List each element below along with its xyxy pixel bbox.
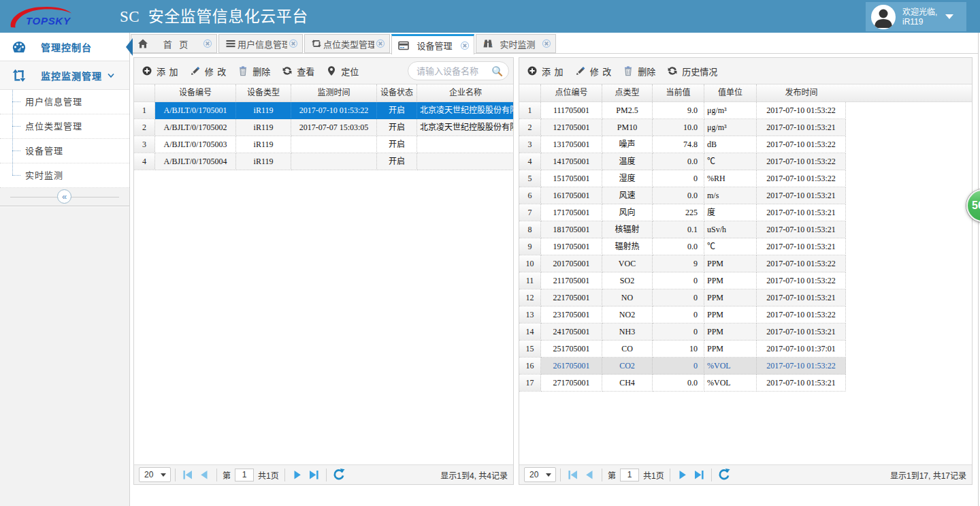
- table-row[interactable]: 1111705001PM2.59.0μg/m³2017-07-10 01:53:…: [519, 102, 846, 119]
- table-row[interactable]: 12221705001NO0PPM2017-07-10 01:53:21: [519, 289, 846, 306]
- device-page-size-select[interactable]: 20: [139, 467, 171, 482]
- sidebar-subitem-4[interactable]: 实时监测: [0, 163, 129, 188]
- search-icon[interactable]: [491, 65, 503, 77]
- column-header[interactable]: 企业名称: [417, 84, 513, 102]
- device-toolbar-button-3[interactable]: 删除: [238, 65, 270, 78]
- table-cell: 201705001: [541, 255, 602, 272]
- table-cell: 开启: [377, 153, 417, 170]
- reload-button[interactable]: [716, 467, 732, 482]
- table-row[interactable]: 16261705001CO20%VOL2017-07-10 01:53:22: [519, 358, 846, 375]
- tab-close-icon[interactable]: [203, 39, 212, 48]
- device-toolbar-button-1[interactable]: 添 加: [142, 65, 178, 78]
- points-toolbar-button-1[interactable]: 添 加: [527, 65, 564, 78]
- table-row[interactable]: 1A/BJLT/0/1705001iR1192017-07-10 01:53:2…: [134, 102, 513, 119]
- button-label: 添 加: [157, 65, 178, 78]
- tab-2[interactable]: 用户信息管理: [218, 34, 303, 53]
- tree-guide-line: [12, 163, 13, 175]
- table-row[interactable]: 2121705001PM1010.0μg/m³2017-07-10 01:53:…: [519, 119, 846, 136]
- column-header[interactable]: 发布时间: [757, 84, 846, 102]
- column-header[interactable]: 设备状态: [377, 84, 417, 102]
- table-cell: μg/m³: [704, 102, 757, 119]
- points-toolbar-button-3[interactable]: 删除: [623, 65, 655, 78]
- next-page-button[interactable]: [674, 467, 691, 482]
- column-header[interactable]: 值单位: [704, 84, 757, 102]
- page-size-value: 20: [144, 470, 153, 479]
- table-row[interactable]: 4141705001温度0.0℃2017-07-10 01:53:22: [519, 153, 846, 170]
- user-box[interactable]: 欢迎光临, iR119: [866, 2, 966, 31]
- table-cell: 2017-07-10 01:53:21: [757, 238, 846, 255]
- table-cell: 9.0: [653, 102, 704, 119]
- page-number-input[interactable]: [620, 469, 639, 481]
- tab-close-icon[interactable]: [460, 41, 470, 50]
- table-row[interactable]: 3131705001噪声74.8dB2017-07-10 01:53:22: [519, 136, 846, 153]
- sidebar-subitem-1[interactable]: 用户信息管理: [0, 90, 129, 114]
- points-toolbar-button-4[interactable]: 历史情况: [667, 65, 717, 78]
- first-page-button[interactable]: [565, 467, 581, 482]
- column-header[interactable]: 设备类型: [236, 84, 291, 102]
- table-row[interactable]: 14241705001NH30PPM2017-07-10 01:53:21: [519, 323, 846, 341]
- table-row[interactable]: 2A/BJLT/0/1705002iR1192017-07-07 15:03:0…: [134, 119, 513, 136]
- sidebar-subitem-3[interactable]: 设备管理: [0, 139, 129, 163]
- table-row[interactable]: 5151705001湿度0%RH2017-07-10 01:53:22: [519, 170, 846, 187]
- tab-5[interactable]: 实时监测: [476, 34, 556, 53]
- table-row[interactable]: 17271705001CH40.0%VOL2017-07-10 01:53:21: [519, 375, 846, 392]
- first-page-button[interactable]: [180, 467, 196, 482]
- column-header[interactable]: 设备编号: [155, 84, 236, 102]
- table-cell: 2017-07-10 01:53:22: [757, 136, 846, 153]
- device-toolbar-button-2[interactable]: 修 改: [190, 65, 227, 78]
- prev-page-button[interactable]: [196, 467, 212, 482]
- tab-3[interactable]: 点位类型管理: [304, 34, 390, 53]
- device-grid: 设备编号设备类型监测时间设备状态企业名称 1A/BJLT/0/1705001iR…: [134, 84, 513, 464]
- device-search-box[interactable]: [408, 61, 509, 80]
- table-row[interactable]: 6161705001风速0.0m/s2017-07-10 01:53:21: [519, 187, 846, 204]
- row-number: 4: [134, 153, 155, 170]
- table-row[interactable]: 11211705001SO20PPM2017-07-10 01:53:22: [519, 272, 846, 289]
- sidebar-item-console[interactable]: 管理控制台: [0, 33, 129, 61]
- table-cell: NH3: [602, 323, 653, 341]
- tab-close-icon[interactable]: [289, 39, 298, 48]
- points-toolbar-button-2[interactable]: 修 改: [575, 65, 612, 78]
- table-cell: 131705001: [541, 136, 602, 153]
- tab-4[interactable]: 设备管理: [391, 34, 474, 54]
- pencil-icon: [190, 65, 201, 76]
- tab-label: 首 页: [150, 37, 201, 50]
- table-row[interactable]: 10201705001VOC9PPM2017-07-10 01:53:22: [519, 255, 846, 272]
- table-row[interactable]: 7171705001风向225度2017-07-10 01:53:21: [519, 204, 846, 221]
- table-cell: 0: [653, 358, 704, 375]
- divider: [670, 469, 670, 481]
- tab-close-icon[interactable]: [376, 39, 385, 48]
- table-cell: 2017-07-10 01:37:01: [757, 341, 846, 358]
- column-header[interactable]: 监测时间: [291, 84, 377, 102]
- reload-button[interactable]: [331, 467, 347, 482]
- table-cell: uSv/h: [704, 221, 757, 238]
- column-header[interactable]: 点位编号: [541, 84, 602, 102]
- page-size-value: 20: [529, 470, 538, 479]
- last-page-button[interactable]: [691, 467, 707, 482]
- points-page-size-select[interactable]: 20: [524, 467, 556, 482]
- last-page-button[interactable]: [306, 467, 322, 482]
- table-row[interactable]: 4A/BJLT/0/1705004iR119开启: [134, 153, 513, 170]
- row-number: 3: [519, 136, 541, 153]
- device-toolbar-button-4[interactable]: 查看: [282, 65, 314, 78]
- tab-1[interactable]: 首 页: [131, 34, 217, 53]
- sidebar-item-monitoring[interactable]: 监控监测管理: [0, 61, 129, 90]
- table-row[interactable]: 9191705001辐射热0.0℃2017-07-10 01:53:21: [519, 238, 846, 255]
- table-row[interactable]: 13231705001NO20PPM2017-07-10 01:53:22: [519, 306, 846, 323]
- reload-icon: [331, 467, 347, 483]
- prev-page-button[interactable]: [581, 467, 598, 482]
- page-number-input[interactable]: [235, 469, 254, 481]
- search-input[interactable]: [416, 66, 491, 76]
- sidebar-subitem-2[interactable]: 点位类型管理: [0, 114, 129, 139]
- table-row[interactable]: 3A/BJLT/0/1705003iR119开启: [134, 136, 513, 153]
- refresh-icon: [282, 65, 293, 76]
- column-header[interactable]: 点类型: [602, 84, 653, 102]
- device-toolbar-button-5[interactable]: 定位: [326, 65, 359, 78]
- collapse-sidebar-button[interactable]: «: [57, 189, 71, 204]
- table-row[interactable]: 8181705001核辐射0.1uSv/h2017-07-10 01:53:21: [519, 221, 846, 238]
- table-row[interactable]: 15251705001CO10PPM2017-07-10 01:37:01: [519, 341, 846, 358]
- tab-close-icon[interactable]: [542, 39, 551, 48]
- column-header[interactable]: 当前值: [653, 84, 704, 102]
- device-grid-header: 设备编号设备类型监测时间设备状态企业名称: [134, 84, 513, 102]
- table-cell: 141705001: [541, 153, 602, 170]
- next-page-button[interactable]: [289, 467, 306, 482]
